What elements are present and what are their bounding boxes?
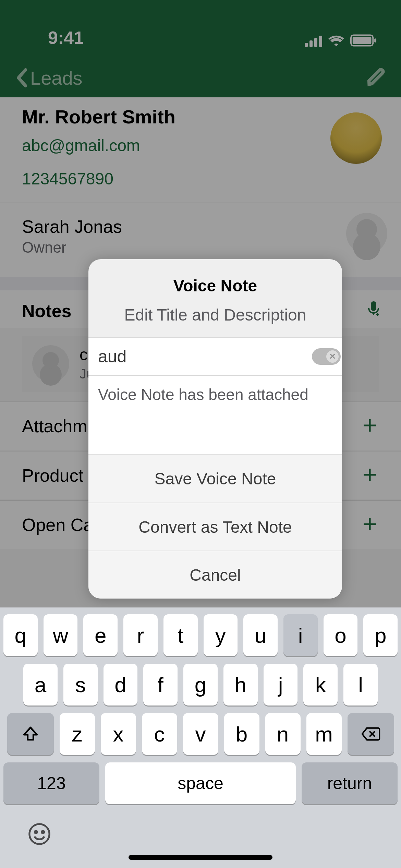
key-m[interactable]: m xyxy=(306,713,342,755)
key-a[interactable]: a xyxy=(23,664,58,706)
key-b[interactable]: b xyxy=(224,713,259,755)
key-c[interactable]: c xyxy=(142,713,177,755)
key-g[interactable]: g xyxy=(183,664,218,706)
emoji-key[interactable] xyxy=(27,822,51,846)
key-w[interactable]: w xyxy=(44,614,78,656)
shift-key[interactable] xyxy=(7,713,54,755)
key-r[interactable]: r xyxy=(123,614,158,656)
clear-input-button[interactable] xyxy=(312,348,341,365)
key-n[interactable]: n xyxy=(265,713,301,755)
return-key[interactable]: return xyxy=(302,762,398,804)
convert-text-note-button[interactable]: Convert as Text Note xyxy=(88,503,342,551)
key-y[interactable]: y xyxy=(204,614,238,656)
key-q[interactable]: q xyxy=(3,614,38,656)
key-z[interactable]: z xyxy=(60,713,95,755)
save-voice-note-button[interactable]: Save Voice Note xyxy=(88,455,342,503)
key-j[interactable]: j xyxy=(264,664,298,706)
key-x[interactable]: x xyxy=(101,713,136,755)
key-i[interactable]: i xyxy=(283,614,318,656)
key-k[interactable]: k xyxy=(303,664,338,706)
key-p[interactable]: p xyxy=(363,614,398,656)
voice-note-title-input[interactable] xyxy=(98,338,312,375)
key-d[interactable]: d xyxy=(104,664,138,706)
key-f[interactable]: f xyxy=(143,664,178,706)
key-o[interactable]: o xyxy=(324,614,358,656)
home-indicator[interactable] xyxy=(129,855,272,860)
svg-point-5 xyxy=(35,831,37,833)
svg-point-6 xyxy=(42,831,44,833)
key-s[interactable]: s xyxy=(63,664,98,706)
space-key[interactable]: space xyxy=(105,762,296,804)
keyboard: qwertyuiop asdfghjkl zxcvbnm 123 space r… xyxy=(0,607,401,868)
key-h[interactable]: h xyxy=(223,664,258,706)
voice-note-modal: Voice Note Edit Title and Description Vo… xyxy=(88,259,342,599)
svg-point-4 xyxy=(29,824,49,844)
key-e[interactable]: e xyxy=(83,614,118,656)
numbers-key[interactable]: 123 xyxy=(3,762,99,804)
backspace-key[interactable] xyxy=(348,713,394,755)
key-t[interactable]: t xyxy=(163,614,198,656)
modal-subtitle: Edit Title and Description xyxy=(99,305,332,324)
key-l[interactable]: l xyxy=(343,664,378,706)
cancel-button[interactable]: Cancel xyxy=(88,551,342,599)
modal-title: Voice Note xyxy=(99,276,332,295)
key-v[interactable]: v xyxy=(183,713,218,755)
voice-note-description[interactable]: Voice Note has been attached xyxy=(88,376,342,455)
key-u[interactable]: u xyxy=(243,614,278,656)
